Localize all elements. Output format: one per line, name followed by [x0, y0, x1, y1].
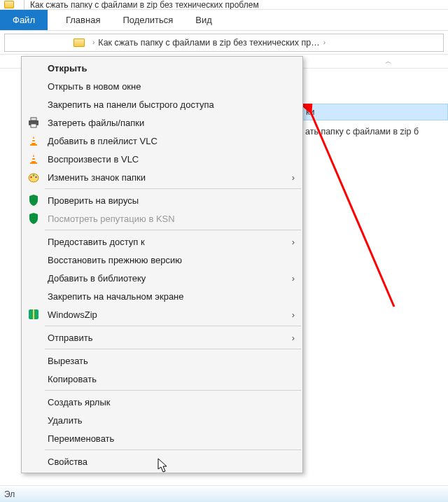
shield-icon: [25, 193, 42, 207]
address-bar[interactable]: › Как сжать папку с файлами в zip без те…: [4, 34, 444, 52]
cm-av-scan[interactable]: Проверить на вирусы: [22, 191, 302, 209]
tab-view[interactable]: Вид: [184, 10, 223, 30]
address-bar-row: › Как сжать папку с файлами в zip без те…: [0, 31, 448, 55]
context-menu-sep: [45, 326, 301, 326]
cm-label: Открыть: [48, 63, 295, 74]
cm-label: Переименовать: [48, 433, 295, 444]
cm-copy[interactable]: Копировать: [22, 370, 302, 388]
ribbon-tabs: Файл Главная Поделиться Вид: [0, 10, 448, 31]
cm-wipe[interactable]: Затереть файлы/папки: [22, 113, 302, 132]
cm-send-to[interactable]: Отправить›: [22, 328, 302, 347]
addrbar-crumb[interactable]: Как сжать папку с файлами в zip без техн…: [98, 38, 319, 48]
cm-share-access[interactable]: Предоставить доступ к›: [22, 232, 302, 251]
cm-label: Затереть файлы/папки: [48, 118, 295, 128]
cm-label: Свойства: [48, 456, 295, 467]
file-list-header[interactable]: ки: [301, 104, 448, 120]
cm-label: Открыть в новом окне: [48, 81, 295, 92]
list-row-text: ать папку с файлами в zip б: [305, 127, 419, 137]
list-header-text: ки: [306, 107, 314, 117]
cm-properties[interactable]: Свойства: [22, 452, 302, 470]
svg-rect-16: [33, 309, 34, 319]
addrbar-folder-icon: [74, 39, 85, 47]
cm-windowszip[interactable]: WindowsZip ›: [22, 305, 302, 323]
svg-rect-2: [31, 124, 36, 127]
titlebar: Как сжать папку с файлами в zip без техн…: [0, 0, 448, 10]
cm-pin-quick-access[interactable]: Закрепить на панели быстрого доступа: [22, 95, 302, 113]
svg-point-12: [30, 176, 31, 178]
cm-open[interactable]: Открыть: [22, 59, 302, 77]
cm-add-library[interactable]: Добавить в библиотеку›: [22, 269, 302, 287]
winzip-icon: [25, 307, 42, 321]
shield-icon: [25, 211, 42, 225]
cm-label: Удалить: [48, 415, 295, 426]
cm-open-new-window[interactable]: Открыть в новом окне: [22, 77, 302, 95]
cm-rename[interactable]: Переименовать: [22, 429, 302, 447]
cm-ksn[interactable]: Посмотреть репутацию в KSN: [22, 209, 302, 228]
vlc-icon: [25, 134, 42, 148]
context-menu-sep: [45, 449, 301, 450]
svg-rect-9: [32, 157, 35, 158]
cm-label: Предоставить доступ к: [48, 237, 286, 247]
chevron-right-icon: ›: [286, 237, 295, 247]
context-menu-sep: [45, 390, 301, 391]
svg-rect-6: [32, 141, 36, 143]
cm-label: Добавить в плейлист VLC: [48, 136, 295, 146]
cm-create-shortcut[interactable]: Создать ярлык: [22, 393, 302, 411]
chevron-right-icon: ›: [286, 273, 295, 284]
cm-label: Копировать: [48, 374, 295, 384]
cm-pin-start[interactable]: Закрепить на начальном экране: [22, 287, 302, 305]
svg-rect-8: [30, 162, 37, 164]
chevron-right-icon: ›: [286, 309, 295, 320]
svg-point-14: [35, 176, 36, 178]
tab-share[interactable]: Поделиться: [111, 10, 184, 30]
cm-label: Проверить на вирусы: [48, 195, 295, 206]
cm-label: Воспроизвести в VLC: [48, 154, 295, 165]
svg-rect-4: [30, 144, 37, 146]
file-tab[interactable]: Файл: [0, 10, 48, 30]
cm-label: Закрепить на панели быстрого доступа: [48, 99, 295, 110]
svg-point-13: [33, 174, 34, 176]
cm-vlc-play[interactable]: Воспроизвести в VLC: [22, 150, 302, 168]
vlc-icon: [25, 152, 42, 166]
status-text: Эл: [4, 489, 15, 499]
cm-restore-prev[interactable]: Восстановить прежнюю версию: [22, 251, 302, 269]
svg-rect-10: [32, 160, 36, 161]
cm-change-icon[interactable]: Изменить значок папки ›: [22, 168, 302, 186]
cm-vlc-add[interactable]: Добавить в плейлист VLC: [22, 132, 302, 150]
tab-home[interactable]: Главная: [55, 10, 111, 30]
status-bar: Эл: [0, 485, 448, 502]
printer-icon: [25, 116, 42, 130]
cm-cut[interactable]: Вырезать: [22, 351, 302, 370]
cm-label: Изменить значок папки: [48, 172, 286, 183]
titlebar-sep: [24, 0, 24, 10]
cm-label: Закрепить на начальном экране: [48, 291, 295, 302]
cm-label: WindowsZip: [48, 309, 286, 320]
context-menu-sep: [45, 188, 301, 189]
svg-rect-1: [31, 118, 36, 120]
svg-rect-5: [32, 139, 35, 140]
cm-label: Добавить в библиотеку: [48, 273, 286, 284]
window-folder-icon: [4, 1, 14, 8]
chevron-right-icon: ›: [286, 172, 295, 183]
file-list-row[interactable]: ать папку с файлами в zip б: [301, 125, 448, 139]
cm-label: Вырезать: [48, 356, 295, 366]
context-menu: Открыть Открыть в новом окне Закрепить н…: [21, 56, 303, 473]
crumb-sep-icon: ›: [92, 39, 94, 46]
cm-label: Отправить: [48, 333, 286, 343]
cm-delete[interactable]: Удалить: [22, 411, 302, 429]
context-menu-sep: [45, 349, 301, 349]
crumb-sep-icon: ›: [323, 39, 326, 46]
cm-label: Посмотреть репутацию в KSN: [48, 214, 295, 224]
cm-label: Восстановить прежнюю версию: [48, 255, 295, 265]
cm-label: Создать ярлык: [48, 397, 295, 407]
chevron-up-icon[interactable]: ︿: [385, 57, 392, 67]
window-title: Как сжать папку с файлами в zip без техн…: [30, 0, 259, 10]
palette-icon: [25, 170, 42, 184]
chevron-right-icon: ›: [286, 333, 295, 343]
context-menu-sep: [45, 230, 301, 230]
